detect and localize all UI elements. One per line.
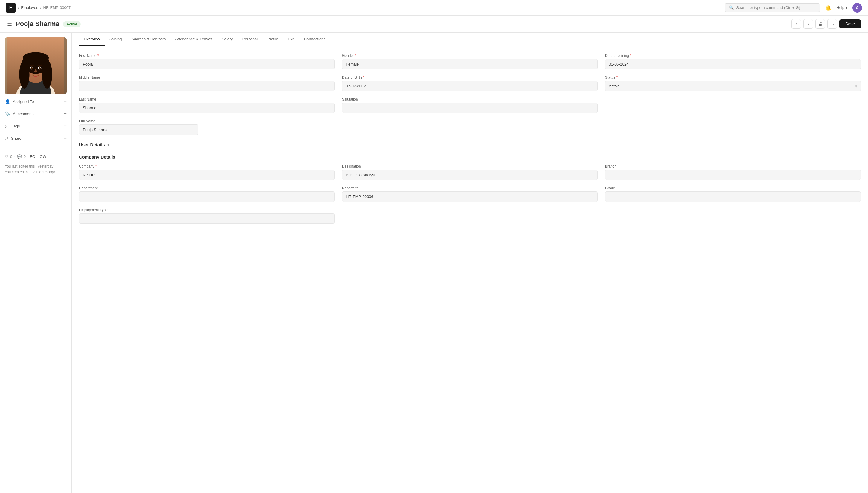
follow-button[interactable]: FOLLOW	[30, 154, 46, 159]
page-title: Pooja Sharma	[16, 20, 60, 28]
date-of-joining-input[interactable]	[605, 59, 861, 69]
company-row-3: Employment Type	[79, 208, 861, 224]
likes-count: 0	[10, 154, 12, 159]
svg-point-6	[19, 60, 29, 89]
breadcrumb: › Employee › HR-EMP-00007	[18, 5, 71, 10]
reports-to-group: Reports to	[342, 186, 598, 202]
breadcrumb-separator-1: ›	[18, 5, 19, 10]
help-label: Help	[836, 5, 844, 10]
more-options-button[interactable]: ···	[827, 19, 837, 29]
gender-group: Gender *	[342, 53, 598, 69]
breadcrumb-record: HR-EMP-00007	[43, 5, 71, 10]
attachments-row[interactable]: 📎 Attachments +	[5, 109, 67, 119]
sidebar: 👤 Assigned To + 📎 Attachments + 🏷 Tags +…	[0, 33, 72, 493]
app-logo[interactable]: E	[6, 3, 16, 13]
last-name-input[interactable]	[79, 103, 335, 113]
assigned-to-row[interactable]: 👤 Assigned To +	[5, 97, 67, 107]
like-icon: ♡	[5, 154, 8, 159]
share-icon: ↗	[5, 136, 9, 141]
comments-count: 0	[24, 154, 26, 159]
assigned-to-icon: 👤	[5, 99, 10, 104]
save-button[interactable]: Save	[839, 19, 861, 28]
assigned-to-add-button[interactable]: +	[63, 99, 67, 105]
page-header: ☰ Pooja Sharma Active ‹ › 🖨 ··· Save	[0, 16, 868, 33]
tab-salary[interactable]: Salary	[217, 33, 237, 46]
department-input[interactable]	[79, 191, 335, 202]
breadcrumb-separator-2: ›	[40, 5, 41, 10]
breadcrumb-employee[interactable]: Employee	[21, 5, 38, 10]
next-record-button[interactable]: ›	[803, 19, 813, 29]
department-label: Department	[79, 186, 335, 190]
status-badge: Active	[63, 21, 81, 27]
svg-point-8	[23, 52, 49, 63]
user-details-section-header[interactable]: User Details ▾	[79, 142, 861, 147]
salutation-group: Salutation	[342, 97, 598, 113]
tab-attendance[interactable]: Attendance & Leaves	[170, 33, 217, 46]
reports-to-label: Reports to	[342, 186, 598, 190]
dot-separator: ·	[14, 154, 15, 159]
tags-row[interactable]: 🏷 Tags +	[5, 121, 67, 131]
date-of-birth-group: Date of Birth *	[342, 76, 598, 91]
designation-input[interactable]	[342, 170, 598, 180]
tags-add-button[interactable]: +	[63, 123, 67, 129]
share-add-button[interactable]: +	[63, 135, 67, 142]
employee-photo	[5, 37, 67, 94]
help-button[interactable]: Help ▾	[836, 5, 848, 10]
designation-label: Designation	[342, 164, 598, 168]
nav-right: 🔍 Search or type a command (Ctrl + G) 🔔 …	[725, 3, 862, 13]
tab-joining[interactable]: Joining	[105, 33, 127, 46]
department-group: Department	[79, 186, 335, 202]
page-header-left: ☰ Pooja Sharma Active	[7, 20, 81, 28]
full-name-input[interactable]	[79, 125, 199, 135]
reports-to-input[interactable]	[342, 191, 598, 202]
salutation-label: Salutation	[342, 97, 598, 102]
share-row[interactable]: ↗ Share +	[5, 133, 67, 143]
company-row-2: Department Reports to Grade	[79, 186, 861, 202]
status-group: Status * Active Inactive	[605, 76, 861, 91]
status-label: Status *	[605, 76, 861, 80]
middle-name-input[interactable]	[79, 81, 335, 91]
tab-personal[interactable]: Personal	[237, 33, 262, 46]
form-row-3: Last Name Salutation	[79, 97, 861, 113]
company-input[interactable]	[79, 170, 335, 180]
middle-name-group: Middle Name	[79, 76, 335, 91]
tab-exit[interactable]: Exit	[283, 33, 299, 46]
tab-profile[interactable]: Profile	[262, 33, 283, 46]
sidebar-toggle-button[interactable]: ☰	[7, 21, 12, 27]
user-details-chevron-icon: ▾	[107, 143, 109, 147]
svg-point-11	[30, 67, 33, 70]
notification-bell-button[interactable]: 🔔	[825, 4, 831, 11]
print-button[interactable]: 🖨	[815, 19, 825, 29]
attachments-label: Attachments	[13, 112, 35, 116]
page-header-right: ‹ › 🖨 ··· Save	[792, 19, 861, 29]
company-details-section: Company Details Company * Designation	[79, 154, 861, 224]
gender-input[interactable]	[342, 59, 598, 69]
tab-connections[interactable]: Connections	[299, 33, 330, 46]
attachments-icon: 📎	[5, 111, 10, 117]
spacer-1	[605, 97, 861, 113]
tab-address[interactable]: Address & Contacts	[127, 33, 170, 46]
form-row-2: Middle Name Date of Birth * Status *	[79, 76, 861, 91]
employment-type-group: Employment Type	[79, 208, 335, 224]
prev-record-button[interactable]: ‹	[792, 19, 801, 29]
created-text: You created this · 3 months ago	[5, 169, 67, 175]
company-details-title: Company Details	[79, 154, 115, 159]
search-placeholder: Search or type a command (Ctrl + G)	[736, 5, 800, 10]
branch-input[interactable]	[605, 170, 861, 180]
grade-input[interactable]	[605, 191, 861, 202]
employment-type-label: Employment Type	[79, 208, 335, 212]
full-name-group: Full Name	[79, 119, 199, 135]
date-of-birth-input[interactable]	[342, 81, 598, 91]
date-of-joining-group: Date of Joining *	[605, 53, 861, 69]
user-avatar[interactable]: A	[852, 3, 862, 13]
employment-type-input[interactable]	[79, 213, 335, 224]
company-label: Company *	[79, 164, 335, 168]
first-name-input[interactable]	[79, 59, 335, 69]
salutation-input[interactable]	[342, 103, 598, 113]
attachments-add-button[interactable]: +	[63, 111, 67, 117]
status-select[interactable]: Active Inactive	[605, 81, 861, 91]
tab-overview[interactable]: Overview	[79, 33, 105, 46]
gender-label: Gender *	[342, 53, 598, 58]
share-label: Share	[11, 136, 22, 141]
search-bar[interactable]: 🔍 Search or type a command (Ctrl + G)	[725, 3, 820, 12]
